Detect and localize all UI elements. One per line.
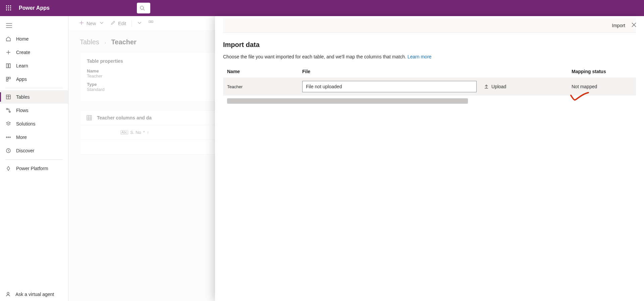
ask-label: Ask a virtual agent xyxy=(15,292,54,297)
app-launcher-icon[interactable] xyxy=(3,3,14,13)
home-icon xyxy=(5,36,11,42)
panel-title: Import data xyxy=(223,41,636,49)
nav-label: Create xyxy=(16,50,30,55)
nav-apps[interactable]: Apps xyxy=(0,72,68,86)
nav-tables[interactable]: Tables xyxy=(0,90,68,104)
table-icon xyxy=(5,94,11,100)
book-icon xyxy=(5,63,11,69)
nav-discover[interactable]: Discover xyxy=(0,144,68,157)
svg-point-28 xyxy=(7,292,9,294)
nav-learn[interactable]: Learn xyxy=(0,59,68,72)
nav-label: Apps xyxy=(16,77,27,82)
more-icon xyxy=(5,134,11,140)
table-header-row: Name File Mapping status xyxy=(223,69,636,78)
svg-rect-2 xyxy=(10,5,11,6)
nav-power-platform[interactable]: Power Platform xyxy=(0,162,68,175)
svg-point-25 xyxy=(8,137,9,138)
import-button[interactable]: Import xyxy=(609,21,628,30)
nav-more[interactable]: More xyxy=(0,131,68,144)
svg-rect-7 xyxy=(8,9,9,10)
svg-rect-3 xyxy=(6,7,7,8)
nav-divider xyxy=(5,88,63,88)
nav-create[interactable]: Create xyxy=(0,46,68,59)
file-input[interactable] xyxy=(302,81,477,92)
svg-rect-1 xyxy=(8,5,9,6)
svg-point-26 xyxy=(10,137,11,138)
import-table: Name File Mapping status Teacher Upload xyxy=(223,69,636,104)
nav-label: Learn xyxy=(16,63,28,68)
apps-icon xyxy=(5,76,11,82)
panel-description: Choose the file you want imported for ea… xyxy=(223,54,636,59)
desc-text: Choose the file you want imported for ea… xyxy=(223,54,408,59)
clock-icon xyxy=(5,148,11,154)
search-icon xyxy=(140,5,145,11)
nav-label: More xyxy=(16,135,27,140)
svg-point-24 xyxy=(6,137,7,138)
nav-label: Discover xyxy=(16,148,34,153)
nav-label: Home xyxy=(16,36,29,42)
svg-rect-8 xyxy=(10,9,11,10)
nav-divider xyxy=(5,159,63,160)
upload-icon xyxy=(484,84,489,89)
close-button[interactable] xyxy=(629,20,639,30)
svg-rect-6 xyxy=(6,9,7,10)
ask-virtual-agent[interactable]: Ask a virtual agent xyxy=(5,292,54,297)
horizontal-scrollbar[interactable] xyxy=(227,98,468,104)
row-status: Not mapped xyxy=(572,84,632,89)
row-name: Teacher xyxy=(227,84,302,89)
nav-label: Power Platform xyxy=(16,166,48,171)
suite-header: Power Apps xyxy=(0,0,644,16)
status-text: Not mapped xyxy=(572,84,597,89)
table-row: Teacher Upload Not mapped xyxy=(223,78,636,96)
nav-home[interactable]: Home xyxy=(0,32,68,46)
close-icon xyxy=(632,22,636,27)
col-file-header: File xyxy=(302,69,572,74)
annotation-checkmark xyxy=(570,91,590,101)
svg-rect-16 xyxy=(6,77,8,79)
import-panel: Import Import data Choose the file you w… xyxy=(215,16,644,301)
svg-rect-17 xyxy=(9,77,10,79)
main-content: New Edit Tables › Teacher Table properti… xyxy=(68,16,644,301)
nav-label: Solutions xyxy=(16,121,36,127)
svg-point-9 xyxy=(140,6,144,9)
left-nav: Home Create Learn Apps Tables Flows Solu… xyxy=(0,16,68,301)
nav-collapse-button[interactable] xyxy=(0,19,68,32)
platform-icon xyxy=(5,165,11,171)
nav-label: Tables xyxy=(16,94,30,100)
plus-icon xyxy=(5,49,11,55)
svg-rect-0 xyxy=(6,5,7,6)
learn-more-link[interactable]: Learn more xyxy=(408,54,432,59)
svg-line-10 xyxy=(143,9,145,10)
app-title: Power Apps xyxy=(19,5,50,11)
layers-icon xyxy=(5,121,11,127)
svg-rect-18 xyxy=(6,80,8,81)
search-box[interactable] xyxy=(137,3,150,13)
svg-rect-5 xyxy=(10,7,11,8)
nav-flows[interactable]: Flows xyxy=(0,104,68,117)
upload-button[interactable]: Upload xyxy=(482,84,508,89)
col-name-header: Name xyxy=(227,69,302,74)
nav-solutions[interactable]: Solutions xyxy=(0,117,68,131)
flow-icon xyxy=(5,107,11,113)
upload-label: Upload xyxy=(491,84,506,89)
nav-label: Flows xyxy=(16,108,29,113)
svg-rect-4 xyxy=(8,7,9,8)
col-status-header: Mapping status xyxy=(572,69,632,74)
panel-command-bar: Import xyxy=(223,18,636,33)
svg-point-22 xyxy=(6,108,8,110)
agent-icon xyxy=(5,292,11,297)
